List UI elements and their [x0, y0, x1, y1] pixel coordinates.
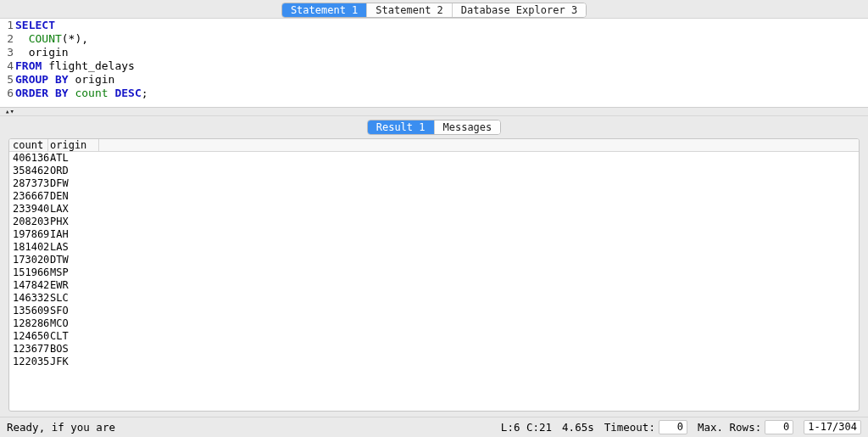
- line-number: 6: [0, 87, 14, 100]
- code-line[interactable]: SELECT: [15, 19, 868, 32]
- cell-origin: BOS: [48, 343, 99, 356]
- cursor-position: L:6 C:21: [501, 421, 552, 434]
- sql-editor[interactable]: 123456 SELECT COUNT(*), originFROM fligh…: [0, 19, 868, 108]
- cell-count: 358462: [9, 165, 48, 177]
- code-column[interactable]: SELECT COUNT(*), originFROM flight_delay…: [15, 19, 868, 100]
- table-row[interactable]: 236667DEN: [9, 190, 859, 203]
- table-row[interactable]: 208203PHX: [9, 216, 859, 228]
- cell-origin: SFO: [48, 305, 99, 317]
- cell-origin: MSP: [48, 266, 99, 279]
- line-gutter: 123456: [0, 19, 15, 100]
- table-row[interactable]: 124650CLT: [9, 330, 859, 343]
- cell-count: 406136: [9, 152, 48, 165]
- result-tab-bar: Result 1Messages: [0, 116, 868, 138]
- cell-count: 287373: [9, 177, 48, 190]
- table-row[interactable]: 151966MSP: [9, 266, 859, 279]
- code-token: SELECT: [15, 19, 55, 31]
- table-row[interactable]: 287373DFW: [9, 177, 859, 190]
- code-token: [15, 32, 29, 45]
- grid-header: count origin: [9, 139, 859, 152]
- code-token: GROUP BY: [15, 73, 69, 86]
- top-tab-bar: Statement 1Statement 2Database Explorer …: [0, 0, 868, 19]
- timeout-label: Timeout:: [604, 421, 655, 434]
- top-tab[interactable]: Statement 2: [367, 3, 452, 17]
- cell-origin: IAH: [48, 228, 99, 241]
- line-number: 4: [0, 59, 14, 73]
- code-token: ORDER BY: [15, 87, 69, 99]
- line-number: 5: [0, 73, 14, 87]
- cell-origin: SLC: [48, 292, 99, 305]
- status-message: Ready, if you are: [7, 421, 491, 434]
- code-token: origin: [15, 46, 69, 59]
- cell-count: 123677: [9, 343, 48, 356]
- code-line[interactable]: origin: [15, 46, 868, 59]
- maxrows-value[interactable]: 0: [765, 420, 793, 434]
- cell-origin: ATL: [48, 152, 99, 165]
- cell-origin: ORD: [48, 165, 99, 177]
- timeout-value[interactable]: 0: [659, 420, 687, 434]
- table-row[interactable]: 233940LAX: [9, 203, 859, 216]
- code-line[interactable]: COUNT(*),: [15, 32, 868, 46]
- cell-count: 233940: [9, 203, 48, 216]
- splitter-handle[interactable]: ▴▾: [0, 108, 868, 116]
- table-row[interactable]: 173020DTW: [9, 254, 859, 266]
- result-tab[interactable]: Result 1: [368, 120, 435, 134]
- cell-count: 181402: [9, 241, 48, 254]
- cell-count: 197869: [9, 228, 48, 241]
- cell-origin: CLT: [48, 330, 99, 343]
- cell-count: 146332: [9, 292, 48, 305]
- table-row[interactable]: 147842EWR: [9, 279, 859, 292]
- cell-count: 236667: [9, 190, 48, 203]
- table-row[interactable]: 197869IAH: [9, 228, 859, 241]
- timeout-field: Timeout: 0: [604, 420, 687, 434]
- code-token: COUNT: [29, 32, 62, 45]
- app-root: Statement 1Statement 2Database Explorer …: [0, 0, 868, 437]
- cell-origin: PHX: [48, 216, 99, 228]
- table-row[interactable]: 146332SLC: [9, 292, 859, 305]
- top-tab-group: Statement 1Statement 2Database Explorer …: [281, 3, 587, 18]
- table-row[interactable]: 122035JFK: [9, 356, 859, 368]
- column-header-origin[interactable]: origin: [48, 139, 99, 151]
- code-token: origin: [69, 73, 115, 86]
- cell-count: 208203: [9, 216, 48, 228]
- results-panel: count origin 406136ATL358462ORD287373DFW…: [0, 138, 868, 417]
- table-row[interactable]: 406136ATL: [9, 152, 859, 165]
- table-row[interactable]: 358462ORD: [9, 165, 859, 177]
- cell-count: 151966: [9, 266, 48, 279]
- code-token: ;: [142, 87, 148, 99]
- code-token: DESC: [114, 87, 141, 99]
- code-token: flight_delays: [42, 59, 135, 72]
- cell-origin: LAS: [48, 241, 99, 254]
- table-row[interactable]: 181402LAS: [9, 241, 859, 254]
- cell-count: 122035: [9, 356, 48, 368]
- table-row[interactable]: 123677BOS: [9, 343, 859, 356]
- cell-origin: JFK: [48, 356, 99, 368]
- line-number: 3: [0, 46, 14, 59]
- column-header-count[interactable]: count: [9, 139, 48, 151]
- result-grid: count origin 406136ATL358462ORD287373DFW…: [8, 138, 860, 412]
- cell-count: 173020: [9, 254, 48, 266]
- line-number: 2: [0, 32, 14, 46]
- cell-origin: LAX: [48, 203, 99, 216]
- top-tab[interactable]: Statement 1: [282, 3, 367, 17]
- table-row[interactable]: 128286MCO: [9, 317, 859, 330]
- code-line[interactable]: GROUP BY origin: [15, 73, 868, 87]
- result-tab-group: Result 1Messages: [367, 120, 502, 135]
- grid-body[interactable]: 406136ATL358462ORD287373DFW236667DEN2339…: [9, 152, 859, 411]
- table-row[interactable]: 135609SFO: [9, 305, 859, 317]
- cell-count: 135609: [9, 305, 48, 317]
- result-tab[interactable]: Messages: [435, 120, 501, 134]
- maxrows-label: Max. Rows:: [698, 421, 761, 434]
- status-bar: Ready, if you are L:6 C:21 4.65s Timeout…: [0, 417, 868, 437]
- cell-origin: EWR: [48, 279, 99, 292]
- top-tab[interactable]: Database Explorer 3: [453, 3, 586, 17]
- elapsed-time: 4.65s: [562, 421, 594, 434]
- cell-origin: DEN: [48, 190, 99, 203]
- cell-count: 128286: [9, 317, 48, 330]
- cell-origin: DTW: [48, 254, 99, 266]
- code-token: count: [75, 87, 108, 99]
- code-block: 123456 SELECT COUNT(*), originFROM fligh…: [0, 19, 868, 100]
- code-line[interactable]: FROM flight_delays: [15, 59, 868, 73]
- code-token: FROM: [15, 59, 42, 72]
- code-line[interactable]: ORDER BY count DESC;: [15, 87, 868, 100]
